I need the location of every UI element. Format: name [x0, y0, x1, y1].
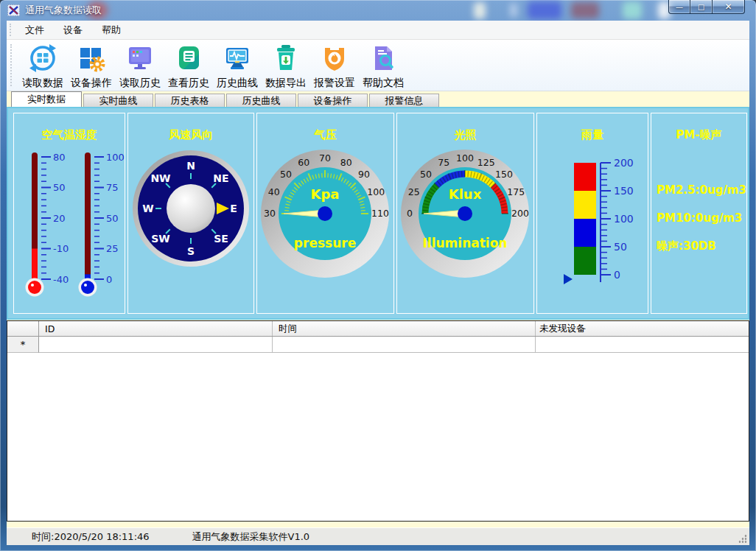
svg-text:125: 125 [477, 157, 495, 168]
data-grid: ID 时间 未发现设备 * [7, 320, 749, 522]
toolbar-label: 历史曲线 [217, 77, 258, 90]
svg-text:90: 90 [358, 169, 370, 180]
status-bar: 时间:2020/5/20 18:11:46 通用气象数据采集软件V1.0 [7, 527, 749, 545]
tab-alarm-info[interactable]: 报警信息 [369, 94, 439, 107]
wind-panel: 风速风向 NNEESESSWWNW [127, 113, 254, 314]
app-window: 通用气象数据读取 — □ ✕ 文件 设备 帮助 读取数据 [0, 0, 756, 551]
history-curve-button[interactable]: 历史曲线 [213, 42, 262, 90]
read-data-icon [28, 43, 57, 76]
data-export-button[interactable]: 数据导出 [262, 42, 310, 90]
thermometer-gauge: -40-102050800255075100 [14, 142, 125, 309]
svg-text:200: 200 [511, 208, 529, 219]
resize-grip[interactable] [738, 534, 747, 543]
svg-text:150: 150 [614, 185, 634, 197]
svg-text:100: 100 [614, 213, 634, 225]
grid-header-row: ID 时间 未发现设备 [7, 321, 749, 337]
grid-column-time[interactable]: 时间 [273, 321, 536, 336]
svg-text:80: 80 [53, 152, 66, 163]
aero-blur-decor [571, 2, 599, 18]
svg-text:50: 50 [53, 182, 66, 193]
menu-device[interactable]: 设备 [54, 21, 92, 39]
svg-text:50: 50 [420, 169, 432, 180]
close-button[interactable]: ✕ [712, 0, 745, 14]
menu-help[interactable]: 帮助 [92, 21, 130, 39]
maximize-button[interactable]: □ [690, 0, 712, 14]
grid-column-device[interactable]: 未发现设备 [536, 321, 749, 336]
tab-history-curve[interactable]: 历史曲线 [226, 94, 296, 107]
svg-text:60: 60 [298, 157, 309, 168]
svg-text:100: 100 [367, 186, 385, 197]
new-row-marker[interactable]: * [7, 337, 39, 353]
grid-cell[interactable] [273, 337, 536, 353]
svg-text:0: 0 [614, 269, 620, 281]
title-bar[interactable]: 通用气象数据读取 — □ ✕ [0, 0, 756, 21]
svg-text:100: 100 [456, 152, 474, 164]
grid-selector-header[interactable] [7, 321, 39, 336]
minimize-button[interactable]: — [668, 0, 690, 14]
device-operation-button[interactable]: 设备操作 [67, 42, 116, 90]
toolbar-label: 数据导出 [265, 77, 307, 90]
svg-text:Kpa: Kpa [311, 186, 340, 202]
svg-text:25: 25 [106, 243, 119, 254]
toolbar-label: 查看历史 [168, 77, 209, 90]
svg-text:N: N [186, 160, 195, 172]
svg-text:E: E [230, 203, 237, 214]
tab-realtime-curve[interactable]: 实时曲线 [83, 94, 153, 107]
illumination-gauge: 0255075100125150175200KluxIllumination [397, 142, 533, 287]
panel-title: 风速风向 [169, 128, 213, 142]
grid-cell[interactable] [536, 337, 749, 353]
alarm-settings-button[interactable]: 报警设置 [310, 42, 359, 90]
noise-value: 噪声:30DB [657, 239, 746, 253]
panel-title: PM-噪声 [676, 128, 721, 142]
panel-title: 雨量 [581, 128, 603, 142]
toolbar-label: 报警设置 [314, 77, 355, 90]
svg-text:75: 75 [438, 157, 449, 168]
svg-text:W: W [142, 203, 153, 214]
menu-file[interactable]: 文件 [15, 21, 54, 39]
svg-text:0: 0 [106, 274, 112, 285]
svg-text:200: 200 [614, 157, 634, 169]
view-history-icon [174, 43, 203, 76]
tab-strip: 实时数据 实时曲线 历史表格 历史曲线 设备操作 报警信息 [7, 91, 749, 107]
rain-gauge: 050100150200 [537, 142, 648, 296]
tab-history-table[interactable]: 历史表格 [155, 94, 225, 107]
toolbar-label: 读取数据 [22, 77, 63, 90]
svg-text:SE: SE [214, 233, 228, 245]
read-data-button[interactable]: 读取数据 [18, 42, 67, 90]
svg-text:175: 175 [507, 186, 525, 197]
status-time: 时间:2020/5/20 18:11:46 [32, 530, 150, 544]
svg-text:Illumination: Illumination [423, 236, 508, 250]
grid-cell[interactable] [39, 337, 273, 353]
svg-text:70: 70 [319, 152, 331, 164]
read-history-button[interactable]: 读取历史 [116, 42, 164, 90]
tab-realtime-data[interactable]: 实时数据 [11, 91, 82, 107]
temp-humidity-panel: 空气温湿度 -40-102050800255075100 [13, 113, 125, 314]
tab-device-operation[interactable]: 设备操作 [298, 94, 368, 107]
device-operation-icon [77, 43, 106, 76]
svg-text:Klux: Klux [449, 186, 482, 202]
aero-blur-decor [510, 3, 517, 18]
wind-compass-gauge: NNEESESSWWNW [128, 142, 253, 278]
toolbar-label: 帮助文档 [363, 77, 404, 90]
svg-text:75: 75 [106, 182, 119, 193]
svg-text:pressure: pressure [294, 236, 356, 250]
grid-column-id[interactable]: ID [39, 321, 273, 336]
panel-title: 光照 [455, 128, 477, 142]
illumination-panel: 光照 0255075100125150175200KluxIlluminatio… [396, 113, 534, 314]
pm-noise-panel: PM-噪声 PM2.5:0ug/m3 PM10:0ug/m3 噪声:30DB [651, 113, 747, 314]
pressure-panel: 气压 30405060708090100110Kpapressure [256, 113, 394, 314]
window-content: 文件 设备 帮助 读取数据 设备操作 [7, 21, 749, 545]
data-export-icon [271, 43, 301, 76]
svg-text:40: 40 [268, 186, 280, 197]
aero-blur-decor [474, 2, 486, 19]
read-history-icon [125, 43, 155, 76]
svg-text:30: 30 [264, 208, 276, 219]
panel-title: 空气温湿度 [42, 128, 97, 142]
help-document-button[interactable]: 帮助文档 [359, 42, 407, 90]
svg-text:20: 20 [53, 213, 66, 224]
svg-text:110: 110 [371, 208, 389, 219]
svg-text:0: 0 [407, 208, 413, 219]
view-history-button[interactable]: 查看历史 [164, 42, 213, 90]
grid-new-row[interactable]: * [7, 337, 749, 353]
svg-text:150: 150 [495, 169, 513, 180]
